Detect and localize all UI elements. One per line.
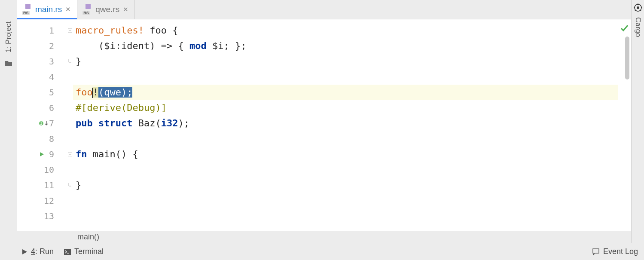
code-token: struct: [98, 118, 132, 128]
code-token: );: [178, 118, 189, 128]
code-token: foo {: [144, 25, 178, 36]
left-tool-strip: 1: Project: [0, 0, 17, 243]
code-token: ($i:ident) => {: [76, 40, 189, 51]
svg-rect-11: [85, 4, 91, 9]
svg-text:I: I: [40, 122, 43, 125]
line-number: 11: [44, 180, 54, 190]
implement-gutter-icon[interactable]: I: [39, 121, 48, 126]
run-label-rest: : Run: [35, 247, 54, 256]
tab-label: main.rs: [35, 5, 62, 14]
tab-main-rs[interactable]: RS main.rs ✕: [17, 0, 77, 19]
run-tool-button[interactable]: 4: Run: [21, 247, 54, 256]
rust-file-icon: RS: [83, 5, 92, 14]
line-number: 12: [44, 196, 54, 206]
code-token: fn: [76, 149, 87, 159]
svg-marker-16: [40, 152, 44, 156]
terminal-tool-button[interactable]: Terminal: [64, 247, 104, 256]
svg-point-1: [637, 6, 639, 9]
code-token: !: [93, 87, 98, 98]
line-number: 5: [49, 87, 54, 98]
line-number: 6: [49, 103, 54, 113]
tab-qwe-rs[interactable]: RS qwe.rs ✕: [77, 0, 135, 19]
project-tool-button[interactable]: 1: Project: [4, 21, 13, 52]
play-icon: [21, 249, 27, 255]
editor-right-gutter: [618, 19, 631, 231]
line-number: 1: [49, 25, 54, 36]
code-area[interactable]: macro_rules! foo { ($i:ident) => { mod $…: [73, 19, 618, 231]
status-bar: 4: Run Terminal Event Log: [0, 243, 644, 260]
breadcrumb[interactable]: main(): [17, 231, 631, 243]
right-tool-strip: Cargo: [631, 0, 644, 243]
cargo-tool-label: Cargo: [634, 17, 642, 37]
code-token: }: [76, 56, 81, 67]
tab-label: qwe.rs: [95, 5, 119, 14]
line-number: 10: [44, 165, 54, 175]
folder-icon: [5, 60, 12, 68]
terminal-icon: [64, 249, 71, 255]
code-token: #[derive(Debug)]: [76, 102, 167, 113]
editor-tabs: RS main.rs ✕ RS qwe.rs ✕: [17, 0, 631, 19]
code-token: i32: [161, 118, 178, 128]
event-log-label: Event Log: [603, 247, 638, 256]
speech-bubble-icon: [592, 248, 600, 256]
code-token: $i; };: [207, 40, 247, 51]
fold-end-icon[interactable]: [67, 58, 73, 64]
inspection-ok-icon[interactable]: [620, 24, 629, 34]
line-number: 7: [49, 118, 54, 128]
event-log-button[interactable]: Event Log: [592, 247, 638, 256]
line-number: 8: [49, 134, 54, 144]
project-tool-label: 1: Project: [4, 21, 13, 52]
line-number: 13: [44, 211, 54, 221]
close-icon[interactable]: ✕: [65, 6, 71, 13]
code-token: }: [76, 180, 81, 190]
line-number: 2: [49, 41, 54, 51]
fold-icon[interactable]: [67, 151, 73, 157]
rust-file-icon: RS: [23, 5, 32, 14]
fold-end-icon[interactable]: [67, 182, 73, 188]
line-gutter[interactable]: 1 2 3 4 5 6 I 7 8 9 10 11 12 13: [17, 19, 73, 231]
code-token: main() {: [87, 149, 138, 159]
editor: 1 2 3 4 5 6 I 7 8 9 10 11 12 13 macro_ru…: [17, 19, 631, 231]
terminal-label: Terminal: [74, 247, 104, 256]
code-token: Baz(: [132, 118, 161, 128]
line-number: 3: [49, 56, 54, 67]
code-token: foo: [76, 87, 93, 98]
run-gutter-icon[interactable]: [39, 151, 45, 157]
svg-rect-20: [64, 249, 71, 255]
svg-marker-19: [22, 249, 27, 254]
code-token: macro_rules!: [76, 25, 144, 36]
run-label-u: 4: [31, 247, 35, 256]
code-token: mod: [189, 40, 207, 51]
line-number: 4: [49, 72, 54, 82]
line-number: 9: [49, 149, 54, 159]
scrollbar-thumb[interactable]: [625, 37, 629, 80]
fold-icon[interactable]: [67, 28, 73, 34]
cargo-icon: [634, 3, 642, 14]
close-icon[interactable]: ✕: [123, 6, 128, 13]
svg-rect-10: [25, 4, 31, 9]
code-selection: (qwe);: [98, 87, 132, 98]
code-token: pub: [76, 118, 93, 128]
cargo-tool-button[interactable]: Cargo: [634, 17, 642, 37]
code-token: [93, 118, 98, 128]
breadcrumb-item[interactable]: main(): [77, 232, 99, 242]
